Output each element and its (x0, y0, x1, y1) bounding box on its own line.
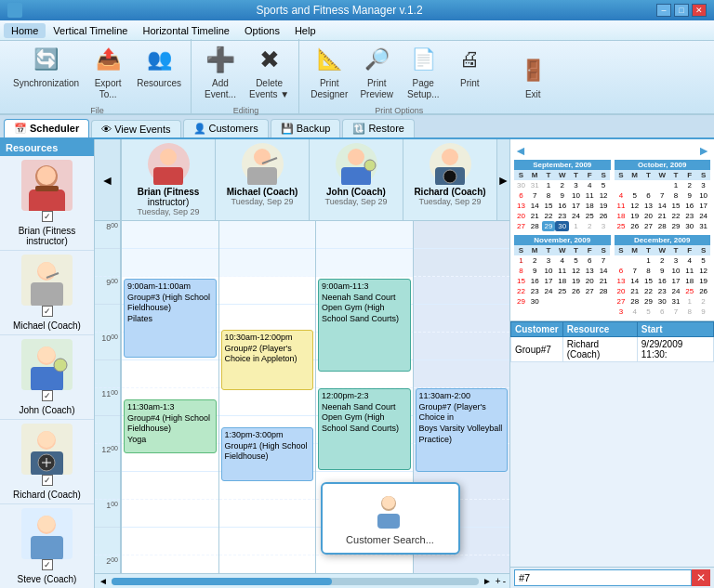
brian-checkbox[interactable] (42, 211, 53, 222)
sep-d12[interactable]: 12 (597, 190, 611, 201)
app-icon (7, 3, 22, 18)
maximize-button[interactable]: □ (674, 4, 689, 17)
sep-d15[interactable]: 15 (542, 201, 556, 211)
sep-d19[interactable]: 19 (597, 201, 611, 211)
minimize-button[interactable]: – (656, 4, 671, 17)
exit-button[interactable]: 🚪 Exit (509, 50, 556, 104)
page-setup-button[interactable]: 📄 PageSetup... (400, 39, 446, 104)
export-button[interactable]: 📤 ExportTo... (85, 39, 131, 104)
print-preview-label: PrintPreview (360, 78, 393, 100)
michael-checkbox[interactable] (42, 306, 53, 317)
sep-d17[interactable]: 17 (569, 201, 583, 211)
sep-d28[interactable]: 28 (528, 221, 542, 231)
resource-columns: 9:00am-11:00amGroup#3 (High School Field… (121, 221, 509, 573)
sep-d16[interactable]: 16 (555, 201, 569, 211)
sep-d18[interactable]: 18 (583, 201, 597, 211)
tab-scheduler[interactable]: 📅Scheduler (4, 119, 89, 137)
richard-checkbox[interactable] (42, 475, 53, 486)
sep-d21[interactable]: 21 (528, 211, 542, 221)
event-richard-group7[interactable]: 11:30am-2:00Group#7 (Player's Choice inB… (416, 388, 509, 472)
tab-backup[interactable]: 💾Backup (271, 119, 341, 137)
export-label: ExportTo... (95, 78, 122, 100)
sep-d7[interactable]: 7 (528, 190, 542, 201)
sep-d27[interactable]: 27 (514, 221, 528, 231)
sep-d2[interactable]: 2 (555, 180, 569, 190)
sep-d1[interactable]: 1 (542, 180, 556, 190)
sep-d23[interactable]: 23 (555, 211, 569, 221)
menu-vertical-timeline[interactable]: Vertical Timeline (46, 23, 135, 38)
tab-customers[interactable]: 👤Customers (183, 119, 269, 137)
scroll-next-btn[interactable]: ► (483, 576, 492, 586)
john-checkbox[interactable] (42, 390, 53, 401)
table-row[interactable]: Group#7 Richard (Coach) 9/29/2009 11:30: (511, 337, 714, 362)
event-brian-pilates[interactable]: 9:00am-11:00amGroup#3 (High School Field… (124, 279, 217, 358)
menu-options[interactable]: Options (237, 23, 287, 38)
resource-michael[interactable]: Michael (Coach) (0, 251, 94, 335)
sep-d13[interactable]: 13 (514, 201, 528, 211)
resource-brian[interactable]: Brian (Fitness instructor) (0, 156, 94, 251)
steve-checkbox[interactable] (42, 559, 53, 570)
sep-d24[interactable]: 24 (569, 211, 583, 221)
horizontal-scrollbar[interactable]: ◄ ► + - (95, 573, 509, 588)
sep-d3[interactable]: 3 (569, 180, 583, 190)
sep-d26[interactable]: 26 (597, 211, 611, 221)
sep-d4[interactable]: 4 (583, 180, 597, 190)
remove-col-btn[interactable]: - (503, 576, 506, 586)
tab-view-events[interactable]: 👁View Events (91, 120, 180, 137)
sep-d8[interactable]: 8 (542, 190, 556, 201)
sync-button[interactable]: 🔄 Synchronization (7, 39, 85, 93)
sep-d14[interactable]: 14 (528, 201, 542, 211)
sep-d5[interactable]: 5 (597, 180, 611, 190)
resources-button[interactable]: 👥 Resources (131, 39, 187, 93)
event-michael-group2[interactable]: 10:30am-12:00pmGroup#2 (Player's Choice … (221, 330, 314, 390)
steve-avatar (21, 508, 73, 559)
sep-d3om2[interactable]: 3 (597, 221, 611, 231)
resource-richard[interactable]: Richard (Coach) (0, 420, 94, 504)
event-john-neenah2[interactable]: 12:00pm-2:3Neenah Sand Court Open Gym (H… (318, 388, 411, 470)
add-col-btn[interactable]: + (496, 576, 501, 586)
sep-d1om2[interactable]: 1 (569, 221, 583, 231)
search-input[interactable] (514, 569, 692, 586)
sep-d6[interactable]: 6 (514, 190, 528, 201)
left-sidebar: Resources Brian (Fitness instructor) (0, 139, 95, 588)
svg-point-20 (38, 516, 55, 532)
sep-d30om[interactable]: 30 (514, 180, 528, 190)
scroll-prev-btn[interactable]: ◄ (99, 576, 108, 586)
sep-d11[interactable]: 11 (583, 190, 597, 201)
resource-john[interactable]: John (Coach) (0, 335, 94, 420)
event-brian-yoga[interactable]: 11:30am-1:3Group#4 (High School Fieldhou… (124, 399, 217, 453)
close-button[interactable]: ✕ (692, 4, 707, 17)
print-designer-button[interactable]: 📐 PrintDesigner (305, 39, 353, 104)
event-john-neenah1[interactable]: 9:00am-11:3Neenah Sand Court Open Gym (H… (318, 279, 411, 372)
print-button[interactable]: 🖨 Print (446, 39, 493, 93)
sep-d9[interactable]: 9 (555, 190, 569, 201)
scheduler-tab-icon: 📅 (14, 123, 27, 134)
resource-steve[interactable]: Steve (Coach) (0, 504, 94, 588)
sched-header-john: John (Coach) Tuesday, Sep 29 (309, 139, 403, 220)
print-preview-button[interactable]: 🔎 PrintPreview (353, 39, 400, 104)
sep-d2om2[interactable]: 2 (583, 221, 597, 231)
cal-prev-arrow[interactable]: ◄ (514, 143, 527, 158)
sep-d10[interactable]: 10 (569, 190, 583, 201)
svg-point-29 (442, 149, 458, 165)
tab-restore[interactable]: 🔃Restore (342, 119, 415, 137)
cal-next-arrow[interactable]: ► (697, 143, 710, 158)
sep-d31om[interactable]: 31 (528, 180, 542, 190)
event-michael-group1[interactable]: 1:30pm-3:00pmGroup#1 (High School Fieldh… (221, 427, 314, 481)
menu-horizontal-timeline[interactable]: Horizontal Timeline (135, 23, 237, 38)
menu-home[interactable]: Home (4, 23, 46, 38)
scroll-left-arrow[interactable]: ◄ (101, 173, 114, 188)
sep-d20[interactable]: 20 (514, 211, 528, 221)
sep-d29[interactable]: 29 (542, 221, 556, 231)
search-clear-button[interactable]: ✕ (692, 569, 710, 586)
scroll-right-arrow[interactable]: ► (497, 173, 509, 188)
add-event-button[interactable]: ➕ AddEvent... (197, 39, 244, 104)
col-start: Start (637, 322, 713, 337)
menu-help[interactable]: Help (287, 23, 324, 38)
sep-d22[interactable]: 22 (542, 211, 556, 221)
mini-cal-row-2: November, 2009 S M T W T F S 1 2 3 4 (514, 235, 710, 317)
sep-d30[interactable]: 30 (555, 221, 569, 231)
scroll-thumb[interactable] (112, 578, 332, 585)
delete-events-button[interactable]: ✖ DeleteEvents ▼ (244, 39, 295, 104)
sep-d25[interactable]: 25 (583, 211, 597, 221)
